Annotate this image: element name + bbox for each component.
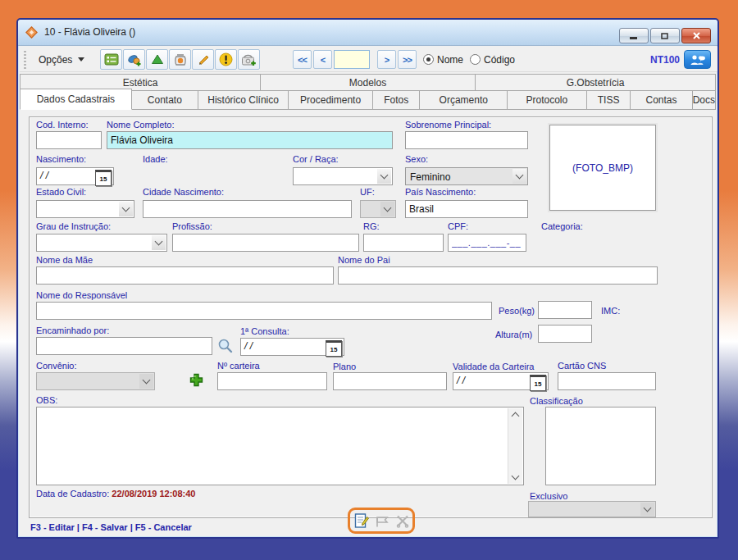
add-convenio-icon[interactable] bbox=[189, 372, 204, 388]
alert-button[interactable] bbox=[215, 49, 237, 70]
patient-form-button[interactable] bbox=[100, 49, 122, 70]
nav-last-button[interactable]: >> bbox=[398, 50, 417, 69]
nome-completo-input[interactable] bbox=[107, 131, 393, 149]
exclusivo-combo[interactable] bbox=[528, 501, 656, 517]
triangle-icon bbox=[150, 53, 165, 66]
chevron-down-icon bbox=[380, 202, 394, 216]
toolbar-grip[interactable] bbox=[24, 51, 26, 69]
cor-raca-combo[interactable] bbox=[293, 167, 393, 185]
grau-instrucao-combo[interactable] bbox=[36, 234, 167, 252]
nav-next-button[interactable]: > bbox=[377, 50, 396, 69]
tab-contato[interactable]: Contato bbox=[132, 90, 198, 110]
sexo-combo[interactable]: Feminino bbox=[405, 167, 528, 185]
imc-label: IMC: bbox=[601, 306, 620, 316]
tab-procedimento[interactable]: Procedimento bbox=[289, 90, 373, 110]
estado-civil-label: Estado Civil: bbox=[36, 187, 86, 197]
alert-icon bbox=[219, 52, 233, 66]
num-carteira-input[interactable] bbox=[217, 372, 327, 390]
peso-input[interactable] bbox=[538, 301, 592, 319]
cidade-nascimento-input[interactable] bbox=[143, 200, 352, 218]
nascimento-date-input[interactable]: / / 15 bbox=[36, 167, 114, 185]
cod-interno-label: Cod. Interno: bbox=[36, 120, 89, 130]
altura-label: Altura(m) bbox=[495, 330, 532, 339]
search-icon[interactable] bbox=[217, 338, 233, 353]
minimize-button[interactable] bbox=[619, 28, 649, 43]
radio-codigo[interactable] bbox=[470, 54, 481, 65]
calendar-icon[interactable]: 15 bbox=[326, 340, 342, 357]
tab-docs[interactable]: Docs bbox=[693, 90, 716, 110]
tab-historico-clinico[interactable]: Histórico Clínico bbox=[198, 90, 289, 110]
nav-first-button[interactable]: << bbox=[293, 50, 312, 69]
cartao-cns-input[interactable] bbox=[558, 372, 656, 390]
nome-responsavel-input[interactable] bbox=[36, 302, 492, 320]
obs-label: OBS: bbox=[36, 395, 57, 405]
cpf-input[interactable] bbox=[448, 234, 526, 252]
annotation-highlight bbox=[348, 508, 415, 534]
patient-photo-placeholder[interactable]: (FOTO_BMP) bbox=[549, 125, 656, 211]
opcoes-label: Opções bbox=[39, 54, 72, 66]
photo-add-icon bbox=[241, 53, 257, 66]
classificacao-listbox[interactable] bbox=[545, 407, 656, 485]
uf-combo[interactable] bbox=[360, 200, 396, 218]
convenio-combo[interactable] bbox=[36, 372, 155, 390]
pencil-button[interactable] bbox=[192, 49, 214, 70]
sobrenome-input[interactable] bbox=[405, 131, 528, 149]
encaminhado-por-label: Encaminhado por: bbox=[36, 326, 109, 335]
restore-button[interactable] bbox=[650, 28, 680, 43]
grau-instrucao-label: Grau de Instrução: bbox=[36, 221, 111, 231]
idade-label: Idade: bbox=[143, 154, 168, 164]
num-carteira-label: Nº carteira bbox=[217, 361, 260, 371]
pais-nascimento-input[interactable] bbox=[405, 200, 528, 218]
tab-orcamento[interactable]: Orçamento bbox=[420, 90, 507, 110]
scroll-up-icon[interactable] bbox=[508, 408, 522, 421]
rg-input[interactable] bbox=[363, 234, 444, 252]
profissao-input[interactable] bbox=[172, 234, 359, 252]
chevron-down-icon[interactable] bbox=[512, 169, 526, 184]
altura-input[interactable] bbox=[538, 325, 592, 343]
tab-dados-cadastrais[interactable]: Dados Cadastrais bbox=[20, 89, 132, 110]
tab-contas[interactable]: Contas bbox=[631, 90, 692, 110]
profissao-label: Profissão: bbox=[172, 221, 212, 231]
encaminhado-por-input[interactable] bbox=[36, 337, 212, 355]
validade-carteira-date-input[interactable]: / / 15 bbox=[453, 372, 549, 390]
triangle-button[interactable] bbox=[146, 49, 168, 70]
tab-tiss[interactable]: TISS bbox=[587, 90, 631, 110]
opcoes-menu-button[interactable]: Opções bbox=[31, 49, 92, 70]
title-bar[interactable]: 10 - Flávia Oliveira () bbox=[18, 20, 718, 46]
medication-add-button[interactable] bbox=[123, 49, 145, 70]
calendar-icon[interactable]: 15 bbox=[530, 375, 546, 391]
calendar-icon[interactable]: 15 bbox=[95, 170, 112, 186]
categoria-label: Categoria: bbox=[541, 221, 583, 231]
close-button[interactable] bbox=[681, 28, 711, 43]
plano-input[interactable] bbox=[333, 372, 447, 390]
nav-prev-button[interactable]: < bbox=[313, 50, 332, 69]
radio-nome-label: Nome bbox=[437, 54, 463, 66]
cod-interno-input[interactable] bbox=[36, 131, 102, 149]
nt100-label: NT100 bbox=[650, 54, 680, 66]
cpf-label: CPF: bbox=[448, 221, 468, 231]
estado-civil-combo[interactable] bbox=[36, 200, 134, 218]
jar-button[interactable] bbox=[169, 49, 191, 70]
nome-pai-input[interactable] bbox=[338, 266, 658, 285]
primeira-consulta-date-input[interactable]: / / 15 bbox=[240, 338, 344, 356]
nome-mae-label: Nome da Mãe bbox=[36, 255, 93, 265]
peso-label: Peso(kg) bbox=[499, 306, 535, 316]
tab-fotos[interactable]: Fotos bbox=[373, 90, 421, 110]
classificacao-label: Classificação bbox=[530, 396, 583, 406]
tab-protocolo[interactable]: Protocolo bbox=[508, 90, 587, 110]
obs-scrollbar[interactable] bbox=[508, 408, 522, 484]
nome-mae-input[interactable] bbox=[36, 266, 334, 285]
contact-button[interactable] bbox=[684, 50, 711, 69]
tab-row: Dados Cadastrais Contato Histórico Clíni… bbox=[20, 90, 716, 110]
chevron-down-icon[interactable] bbox=[152, 235, 166, 250]
tab-group-gobstetricia[interactable]: G.Obstetrícia bbox=[475, 74, 716, 92]
radio-nome[interactable] bbox=[423, 54, 434, 65]
scroll-down-icon[interactable] bbox=[508, 471, 522, 484]
chevron-down-icon[interactable] bbox=[119, 202, 133, 216]
record-number-input[interactable] bbox=[334, 50, 370, 69]
nome-completo-label: Nome Completo: bbox=[107, 120, 175, 130]
chevron-down-icon[interactable] bbox=[377, 169, 391, 184]
photo-add-button[interactable] bbox=[238, 49, 260, 70]
tab-group-modelos[interactable]: Modelos bbox=[260, 74, 475, 92]
obs-textarea[interactable] bbox=[36, 407, 524, 485]
